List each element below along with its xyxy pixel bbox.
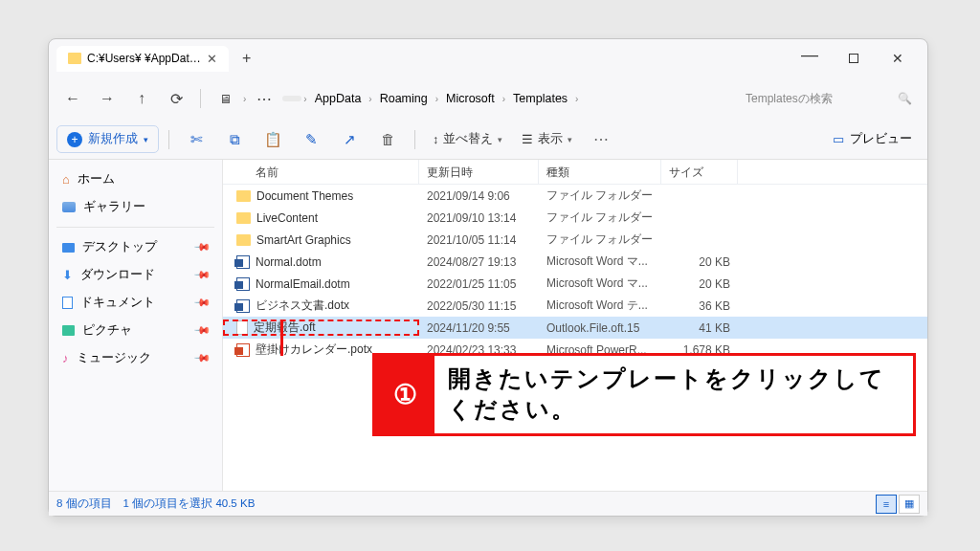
file-date: 2021/10/05 11:14 — [419, 233, 539, 247]
new-tab-button[interactable]: + — [233, 50, 260, 67]
separator — [56, 227, 214, 228]
preview-icon: ▭ — [833, 132, 844, 146]
view-button[interactable]: ☰ 表示 ▾ — [514, 126, 580, 152]
pin-icon: 📌 — [192, 321, 211, 340]
sidebar-label: ピクチャ — [82, 322, 132, 339]
sidebar-item-home[interactable]: ⌂ホーム — [53, 165, 218, 193]
sidebar-item-gallery[interactable]: ギャラリー — [53, 193, 218, 221]
sort-button[interactable]: ↕ 並べ替え ▾ — [425, 126, 510, 152]
file-date: 2021/09/10 13:14 — [419, 211, 539, 225]
sidebar-item-documents[interactable]: ドキュメント📌 — [53, 289, 218, 317]
ppt-icon — [236, 343, 250, 357]
file-name: Normal.dotm — [256, 255, 322, 269]
sidebar-item-desktop[interactable]: デスクトップ📌 — [53, 233, 218, 261]
file-row[interactable]: LiveContent2021/09/10 13:14ファイル フォルダー — [223, 207, 927, 229]
chevron-right-icon: › — [243, 94, 246, 104]
search-input[interactable]: Templatesの検索 — [738, 84, 920, 113]
file-row[interactable]: SmartArt Graphics2021/10/05 11:14ファイル フォ… — [223, 229, 927, 251]
file-name: LiveContent — [256, 211, 318, 225]
details-view-button[interactable]: ≡ — [876, 495, 897, 514]
gallery-icon — [62, 202, 76, 212]
col-type[interactable]: 種類 — [539, 160, 661, 184]
refresh-button[interactable] — [160, 82, 192, 115]
body: ⌂ホーム ギャラリー デスクトップ📌 ⬇ダウンロード📌 ドキュメント📌 ピクチャ… — [49, 160, 927, 491]
file-date: 2022/05/30 11:15 — [419, 299, 539, 313]
sidebar: ⌂ホーム ギャラリー デスクトップ📌 ⬇ダウンロード📌 ドキュメント📌 ピクチャ… — [49, 160, 223, 491]
col-date[interactable]: 更新日時 — [419, 160, 539, 184]
sidebar-label: ダウンロード — [80, 267, 155, 283]
breadcrumb-item[interactable]: Roaming — [374, 88, 434, 109]
word-icon — [236, 255, 250, 269]
sidebar-item-downloads[interactable]: ⬇ダウンロード📌 — [53, 261, 218, 289]
up-button[interactable] — [125, 82, 158, 115]
file-type: Microsoft Word マ... — [539, 253, 661, 270]
chevron-right-icon: › — [575, 94, 578, 104]
cut-button[interactable]: ✄ — [179, 124, 213, 155]
annotation-line — [280, 320, 283, 356]
grid-view-button[interactable]: ▦ — [899, 495, 920, 514]
status-selection: 1 個の項目を選択 40.5 KB — [123, 496, 256, 511]
new-button[interactable]: + 新規作成 ▾ — [56, 125, 159, 153]
minimize-button[interactable]: — — [788, 39, 832, 70]
copy-button[interactable]: ⧉ — [217, 124, 252, 155]
share-button[interactable]: ↗ — [332, 124, 367, 155]
chevron-down-icon: ▾ — [568, 135, 572, 144]
breadcrumb-item[interactable]: Microsoft — [440, 88, 501, 109]
window-tab[interactable]: C:¥Users¥ ¥AppData¥Roan ✕ — [56, 46, 229, 72]
separator — [200, 89, 201, 108]
pc-icon[interactable] — [209, 82, 241, 115]
sidebar-label: ホーム — [78, 171, 115, 187]
col-size[interactable]: サイズ — [661, 160, 738, 184]
breadcrumb-user[interactable] — [282, 96, 301, 101]
folder-icon — [236, 234, 251, 246]
file-size: 20 KB — [661, 255, 738, 269]
preview-button[interactable]: ▭ プレビュー — [825, 127, 920, 151]
folder-icon — [68, 53, 81, 64]
file-row[interactable]: NormalEmail.dotm2022/01/25 11:05Microsof… — [223, 273, 927, 295]
view-label: 表示 — [538, 131, 563, 147]
breadcrumb-item[interactable]: Templates — [507, 88, 573, 109]
search-icon — [898, 92, 912, 105]
rename-button[interactable]: ✎ — [294, 124, 328, 155]
delete-button[interactable]: 🗑 — [370, 124, 405, 155]
paste-button[interactable]: 📋 — [256, 124, 290, 155]
preview-label: プレビュー — [850, 131, 912, 147]
breadcrumb-item[interactable]: AppData — [309, 88, 368, 109]
close-tab-icon[interactable]: ✕ — [207, 52, 217, 66]
file-rows: Document Themes2021/09/14 9:06ファイル フォルダー… — [223, 185, 927, 361]
maximize-button[interactable] — [832, 43, 876, 74]
sidebar-item-music[interactable]: ♪ミュージック📌 — [53, 344, 218, 372]
annotation-callout: ① 開きたいテンプレートをクリックしてください。 — [372, 353, 916, 436]
picture-icon — [62, 325, 75, 336]
close-window-button[interactable]: ✕ — [876, 43, 920, 74]
view-icon: ☰ — [522, 132, 533, 146]
chevron-right-icon: › — [435, 94, 438, 104]
sidebar-label: ギャラリー — [83, 199, 145, 215]
home-icon: ⌂ — [62, 172, 70, 187]
download-icon: ⬇ — [62, 268, 73, 282]
action-toolbar: + 新規作成 ▾ ✄ ⧉ 📋 ✎ ↗ 🗑 ↕ 並べ替え ▾ ☰ 表示 ▾ ▭ プ… — [49, 120, 927, 160]
word-icon — [236, 277, 250, 291]
file-type: ファイル フォルダー — [539, 209, 661, 226]
file-type: Microsoft Word マ... — [539, 276, 661, 292]
file-row[interactable]: ビジネス文書.dotx2022/05/30 11:15Microsoft Wor… — [223, 295, 927, 317]
word-icon — [236, 299, 250, 313]
file-row[interactable]: Document Themes2021/09/14 9:06ファイル フォルダー — [223, 185, 927, 207]
file-row[interactable]: 定期報告.oft2024/11/20 9:55Outlook.File.oft.… — [223, 317, 927, 339]
sidebar-item-pictures[interactable]: ピクチャ📌 — [53, 317, 218, 344]
column-headers: 名前 更新日時 種類 サイズ — [223, 160, 927, 185]
pin-icon: 📌 — [192, 266, 211, 284]
more-button[interactable] — [584, 124, 618, 155]
file-date: 2022/01/25 11:05 — [419, 277, 539, 291]
file-date: 2024/11/20 9:55 — [419, 321, 539, 335]
new-label: 新規作成 — [88, 131, 138, 147]
forward-button[interactable] — [91, 82, 123, 115]
chevron-right-icon: › — [368, 94, 371, 104]
col-name[interactable]: 名前 — [223, 160, 419, 184]
file-row[interactable]: Normal.dotm2024/08/27 19:13Microsoft Wor… — [223, 251, 927, 273]
breadcrumb-overflow[interactable] — [248, 82, 280, 115]
file-type: ファイル フォルダー — [539, 187, 661, 204]
annotation-number: ① — [375, 356, 434, 433]
back-button[interactable] — [56, 82, 89, 115]
music-icon: ♪ — [62, 351, 69, 365]
